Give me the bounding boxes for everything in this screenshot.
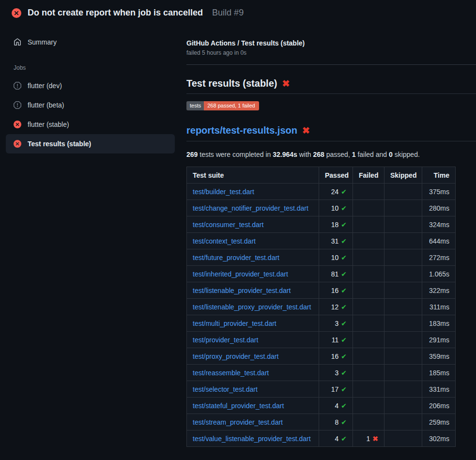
time-cell: 280ms <box>422 200 456 216</box>
time-cell: 291ms <box>422 332 456 348</box>
job-label: flutter (dev) <box>28 82 62 90</box>
passed-cell-value: 24 <box>331 188 339 196</box>
table-body: test/builder_test.dart24✔375mstest/chang… <box>187 184 456 447</box>
check-icon: ✔ <box>341 254 347 261</box>
job-label: flutter (stable) <box>28 121 69 128</box>
sidebar-item-flutter-stable[interactable]: flutter (stable) <box>6 115 175 134</box>
table-row: test/builder_test.dart24✔375ms <box>187 184 456 200</box>
sidebar-item-flutter-beta[interactable]: flutter (beta) <box>6 95 175 115</box>
table-row: test/context_test.dart31✔644ms <box>187 233 456 249</box>
test-suite-link[interactable]: test/provider_test.dart <box>193 336 258 344</box>
time-cell: 311ms <box>422 299 456 315</box>
test-suite-link[interactable]: test/listenable_proxy_provider_test.dart <box>193 303 311 311</box>
time-cell: 206ms <box>422 398 456 414</box>
stop-icon <box>14 101 21 109</box>
sidebar-summary-label: Summary <box>28 38 57 46</box>
skipped-count: 0 <box>389 151 393 158</box>
breadcrumb: GitHub Actions / Test results (stable) <box>186 39 476 47</box>
test-suite-cell: test/selector_test.dart <box>187 381 319 398</box>
col-header-passed: Passed <box>319 167 353 184</box>
passed-cell-value: 31 <box>331 237 339 245</box>
failed-count: 1 <box>352 151 356 158</box>
test-suite-link[interactable]: test/context_test.dart <box>193 237 256 245</box>
test-suite-cell: test/stateful_provider_test.dart <box>187 398 319 414</box>
time-cell: 322ms <box>422 282 456 299</box>
test-suite-link[interactable]: test/listenable_provider_test.dart <box>193 287 291 294</box>
time-cell: 359ms <box>422 348 456 365</box>
passed-cell-value: 3 <box>335 369 338 377</box>
skipped-cell <box>384 249 422 266</box>
skipped-cell <box>384 200 422 216</box>
time-cell: 272ms <box>422 249 456 266</box>
passed-cell-value: 4 <box>335 435 338 443</box>
main-content: GitHub Actions / Test results (stable) f… <box>181 25 476 447</box>
test-suite-cell: test/stream_provider_test.dart <box>187 414 319 430</box>
skipped-cell <box>384 282 422 299</box>
stop-icon <box>14 82 21 90</box>
run-header: Do not create report when job is cancell… <box>0 0 476 25</box>
test-suite-link[interactable]: test/selector_test.dart <box>193 385 258 393</box>
passed-cell: 81✔ <box>319 266 353 282</box>
test-suite-link[interactable]: test/value_listenable_provider_test.dart <box>193 435 311 443</box>
table-row: test/change_notifier_provider_test.dart1… <box>187 200 456 216</box>
test-suite-link[interactable]: test/future_provider_test.dart <box>193 254 279 261</box>
test-suite-cell: test/value_listenable_provider_test.dart <box>187 430 319 447</box>
time-cell: 331ms <box>422 381 456 398</box>
table-row: test/consumer_test.dart18✔324ms <box>187 216 456 233</box>
passed-cell: 11✔ <box>319 332 353 348</box>
table-row: test/inherited_provider_test.dart81✔1.06… <box>187 266 456 282</box>
test-suite-link[interactable]: test/proxy_provider_test.dart <box>193 353 278 360</box>
test-suite-cell: test/provider_test.dart <box>187 332 319 348</box>
test-suite-cell: test/proxy_provider_test.dart <box>187 348 319 365</box>
skipped-cell <box>384 348 422 365</box>
failed-cell-value: 1 <box>366 435 370 443</box>
passed-cell-value: 81 <box>331 270 339 278</box>
check-icon: ✔ <box>341 402 347 410</box>
skipped-cell <box>384 216 422 233</box>
test-suite-link[interactable]: test/consumer_test.dart <box>193 221 263 229</box>
check-icon: ✔ <box>341 336 347 344</box>
cross-mark-icon: ✖ <box>282 79 290 88</box>
time-cell: 644ms <box>422 233 456 249</box>
sidebar-item-test-results-stable[interactable]: Test results (stable) <box>6 134 175 153</box>
jobs-section-label: Jobs <box>6 52 175 76</box>
failed-cell <box>353 315 384 332</box>
time-cell: 183ms <box>422 315 456 332</box>
passed-cell: 8✔ <box>319 414 353 430</box>
badge-value: 268 passed, 1 failed <box>204 101 259 110</box>
check-icon: ✔ <box>341 369 347 377</box>
test-suite-link[interactable]: test/reassemble_test.dart <box>193 369 269 377</box>
passed-cell: 16✔ <box>319 282 353 299</box>
passed-cell-value: 16 <box>331 353 339 360</box>
failed-cell <box>353 348 384 365</box>
test-suite-link[interactable]: test/builder_test.dart <box>193 188 254 196</box>
passed-cell: 18✔ <box>319 216 353 233</box>
sidebar-item-flutter-dev[interactable]: flutter (dev) <box>6 76 175 95</box>
table-header-row: Test suite Passed Failed Skipped Time <box>187 167 456 184</box>
test-suite-link[interactable]: test/inherited_provider_test.dart <box>193 270 288 278</box>
skipped-cell <box>384 381 422 398</box>
check-icon: ✔ <box>341 303 347 311</box>
failed-cell <box>353 365 384 381</box>
x-circle-fill-icon <box>14 121 21 128</box>
skipped-cell <box>384 414 422 430</box>
table-row: test/listenable_provider_test.dart16✔322… <box>187 282 456 299</box>
time-cell: 375ms <box>422 184 456 200</box>
table-row: test/future_provider_test.dart10✔272ms <box>187 249 456 266</box>
test-suite-link[interactable]: test/stream_provider_test.dart <box>193 418 283 426</box>
test-suite-link[interactable]: test/multi_provider_test.dart <box>193 320 276 327</box>
table-row: test/selector_test.dart17✔331ms <box>187 381 456 398</box>
skipped-cell <box>384 315 422 332</box>
sidebar-item-summary[interactable]: Summary <box>6 32 175 52</box>
skipped-cell <box>384 365 422 381</box>
test-suite-link[interactable]: test/stateful_provider_test.dart <box>193 402 284 410</box>
passed-cell-value: 4 <box>335 402 338 410</box>
test-suite-link[interactable]: test/change_notifier_provider_test.dart <box>193 204 308 212</box>
failed-cell <box>353 381 384 398</box>
passed-cell: 16✔ <box>319 348 353 365</box>
passed-cell-value: 12 <box>331 303 339 311</box>
report-file-link[interactable]: reports/test-results.json <box>186 125 297 136</box>
failed-cell <box>353 266 384 282</box>
summary-sentence: 269 tests were completed in 32.964s with… <box>186 151 476 158</box>
col-header-skipped: Skipped <box>384 167 422 184</box>
